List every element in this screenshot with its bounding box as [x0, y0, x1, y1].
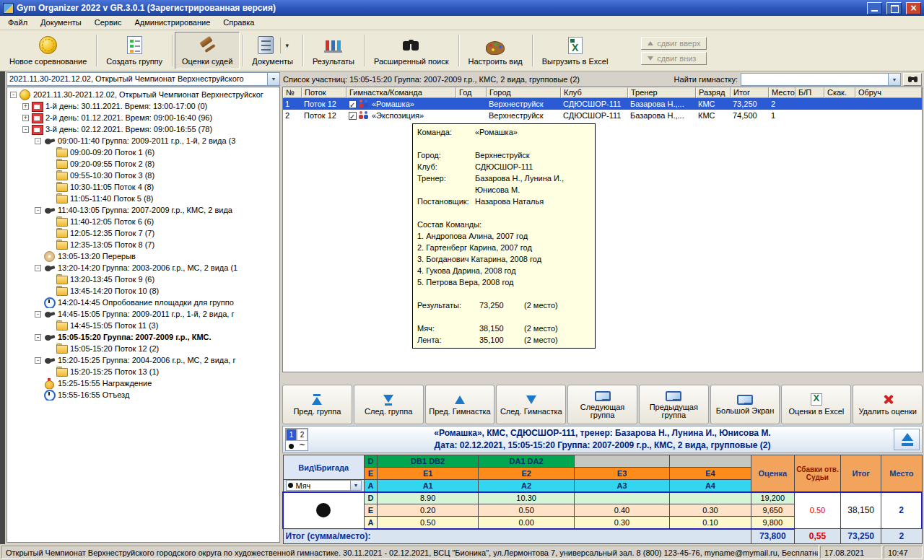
tree-item[interactable]: -3-й день: 02.12.2021. Время: 09:00-16:5… — [7, 123, 279, 135]
tree-expander-icon[interactable]: + — [22, 103, 29, 110]
shift-up-button[interactable]: сдвиг вверх — [641, 37, 707, 50]
table-row[interactable]: 1 Поток 12 «Ромашка» Верхнеструйск СДЮСШ… — [283, 98, 922, 110]
tree-expander-icon[interactable]: - — [35, 207, 41, 214]
tree-expander-icon[interactable]: - — [35, 357, 41, 364]
close-button[interactable] — [906, 2, 921, 14]
toolbar-button-create-group[interactable]: Создать группу — [99, 32, 170, 69]
menu-item[interactable]: Сервис — [88, 16, 128, 30]
tree-item[interactable]: -2021.11.30-2021.12.02, Открытый Чемпион… — [7, 89, 279, 100]
tree-item[interactable]: -13:20-14:20 Группа: 2003-2006 г.р., МС,… — [7, 262, 279, 274]
panel-button-next-group-screen[interactable]: Следующая группа — [567, 385, 637, 424]
chevron-down-icon[interactable]: ▼ — [267, 73, 279, 85]
apparatus-select[interactable]: Мяч ▼ — [286, 480, 362, 491]
tree-expander-icon[interactable]: - — [35, 311, 41, 318]
tree-item[interactable]: -09:00-11:40 Группа: 2009-2011 г.р., 1-й… — [7, 135, 279, 146]
score-cell[interactable]: 0.10 — [670, 517, 751, 529]
score-cell[interactable]: 10.30 — [479, 492, 574, 504]
tree-item[interactable]: +2-й день: 01.12.2021. Время: 09:00-16:4… — [7, 112, 279, 123]
tree-item[interactable]: 11:40-12:05 Поток 6 (6) — [7, 216, 279, 227]
column-header[interactable]: Обруч — [855, 87, 922, 98]
score-cell[interactable]: 0.30 — [574, 517, 669, 529]
panel-button-scores-excel[interactable]: Оценки в Excel — [781, 385, 851, 424]
row-checkbox[interactable] — [349, 100, 357, 108]
tree-expander-icon[interactable]: - — [35, 265, 41, 271]
panel-button-delete-scores[interactable]: Удалить оценки — [853, 385, 923, 424]
menu-item[interactable]: Справка — [217, 16, 261, 30]
tree-item[interactable]: 15:55-16:55 Отъезд — [7, 389, 279, 401]
column-header[interactable]: Итог — [731, 87, 769, 98]
column-header[interactable]: Скак. — [824, 87, 855, 98]
chevron-down-icon[interactable]: ▼ — [888, 74, 900, 85]
column-header[interactable]: Тренер — [628, 87, 696, 98]
tree-item[interactable]: 14:45-15:05 Поток 11 (3) — [7, 320, 279, 331]
menu-item[interactable]: Документы — [34, 16, 88, 30]
panel-button-next-group[interactable]: След. группа — [354, 385, 424, 424]
score-cell[interactable]: 0.00 — [479, 517, 574, 529]
chevron-down-icon[interactable]: ▼ — [350, 481, 361, 490]
menu-item[interactable]: Администрирование — [128, 16, 217, 30]
score-cell[interactable]: 0.30 — [670, 504, 751, 517]
column-header[interactable]: Б/П — [796, 87, 824, 98]
eject-button[interactable] — [894, 429, 920, 450]
toolbar-button-configure-view[interactable]: Настроить вид — [461, 32, 530, 69]
tree-item[interactable]: 11:05-11:40 Поток 5 (8) — [7, 193, 279, 204]
score-cell[interactable]: 0.40 — [574, 504, 669, 517]
column-header[interactable]: Год — [456, 87, 487, 98]
tree-item[interactable]: -11:40-13:05 Группа: 2007-2009 г.р., КМС… — [7, 204, 279, 216]
score-cell[interactable]: 8.90 — [377, 492, 478, 504]
column-header[interactable]: Разряд — [696, 87, 731, 98]
maximize-button[interactable] — [886, 2, 902, 14]
dropdown-arrow-icon[interactable]: ▾ — [280, 38, 289, 53]
tree-item[interactable]: 15:20-15:25 Поток 13 (1) — [7, 366, 279, 377]
column-header[interactable]: Клуб — [561, 87, 628, 98]
find-gymnast-combo[interactable]: ▼ — [741, 73, 901, 86]
toolbar-button-documents[interactable]: ▾Документы — [245, 32, 300, 69]
menu-item[interactable]: Файл — [1, 16, 34, 30]
score-cell[interactable] — [574, 492, 669, 504]
column-header[interactable]: Гимнастка/Команда — [346, 87, 456, 98]
tree-expander-icon[interactable]: - — [35, 138, 41, 144]
tree-item[interactable]: 12:05-12:35 Поток 7 (7) — [7, 227, 279, 239]
score-cell[interactable] — [670, 492, 751, 504]
tree-item[interactable]: 13:20-13:45 Поток 9 (6) — [7, 274, 279, 285]
toolbar-button-new-competition[interactable]: Новое соревнование — [2, 32, 94, 69]
panel-button-prev-group-screen[interactable]: Предыдущая группа — [639, 385, 709, 424]
toolbar-button-export-excel[interactable]: Выгрузить в Excel — [535, 32, 616, 69]
panel-button-prev-group[interactable]: Пред. группа — [282, 385, 352, 424]
column-header[interactable]: № — [283, 87, 302, 98]
toolbar-button-judge-scores[interactable]: Оценки судей — [175, 32, 240, 69]
page-tab-1[interactable]: 1 — [286, 429, 297, 441]
score-cell[interactable]: 0.50 — [377, 517, 478, 529]
score-cell[interactable]: 0.50 — [479, 504, 574, 517]
tree-item[interactable]: 15:05-15:20 Поток 12 (2) — [7, 343, 279, 354]
tree-expander-icon[interactable]: - — [10, 92, 17, 98]
column-header[interactable]: Место — [769, 87, 796, 98]
splitter[interactable] — [282, 372, 923, 385]
tree-item[interactable]: -15:20-15:25 Группа: 2004-2006 г.р., МС,… — [7, 354, 279, 366]
tree-item[interactable]: -14:45-15:05 Группа: 2009-2011 г.р., 1-й… — [7, 308, 279, 320]
tree-item[interactable]: +1-й день: 30.11.2021. Время: 13:00-17:0… — [7, 100, 279, 112]
tree-item[interactable]: 09:20-09:55 Поток 2 (8) — [7, 158, 279, 170]
tree-expander-icon[interactable]: + — [22, 115, 29, 121]
panel-button-next-gymnast[interactable]: След. Гимнастка — [496, 385, 566, 424]
tree-item[interactable]: 15:25-15:55 Награждение — [7, 377, 279, 389]
tree-expander-icon[interactable]: - — [22, 126, 29, 133]
toolbar-button-advanced-search[interactable]: Расширенный поиск — [367, 32, 456, 69]
tree-item[interactable]: 12:35-13:05 Поток 8 (7) — [7, 239, 279, 250]
toolbar-button-results[interactable]: Результаты — [305, 32, 362, 69]
panel-button-prev-gymnast[interactable]: Пред. Гимнастка — [425, 385, 495, 424]
shift-down-button[interactable]: сдвиг вниз — [641, 52, 707, 65]
column-header[interactable]: Поток — [302, 87, 346, 98]
tree-item[interactable]: 09:00-09:20 Поток 1 (6) — [7, 146, 279, 158]
tree-expander-icon[interactable]: - — [35, 334, 41, 341]
tree-item[interactable]: 14:20-14:45 Опробование площадки для гру… — [7, 297, 279, 308]
search-button[interactable] — [903, 73, 922, 86]
tree-item[interactable]: 10:30-11:05 Поток 4 (8) — [7, 181, 279, 193]
tree-item[interactable]: 09:55-10:30 Поток 3 (8) — [7, 170, 279, 181]
competition-select[interactable]: 2021.11.30-2021.12.02, Открытый Чемпиона… — [6, 72, 280, 86]
column-header[interactable]: Город — [487, 87, 561, 98]
tree-item[interactable]: 13:45-14:20 Поток 10 (8) — [7, 285, 279, 297]
minimize-button[interactable] — [867, 2, 882, 14]
row-checkbox[interactable] — [349, 112, 357, 120]
panel-button-big-screen[interactable]: Большой Экран — [710, 385, 780, 424]
